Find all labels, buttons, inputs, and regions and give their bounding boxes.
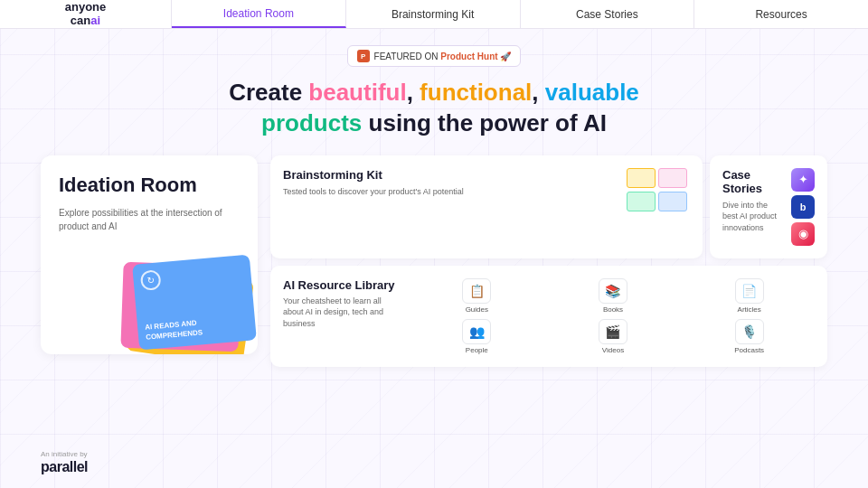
articles-icon: 📄 bbox=[735, 278, 764, 304]
card-ideation-room[interactable]: Ideation Room Explore possibilities at t… bbox=[41, 155, 258, 354]
mini-card-pink bbox=[658, 168, 687, 188]
nav-item-ideation-room[interactable]: Ideation Room bbox=[172, 0, 346, 28]
footer-brand: parallel bbox=[41, 459, 88, 475]
mini-cards-row2 bbox=[627, 192, 690, 211]
ideation-room-desc: Explore possibilities at the intersectio… bbox=[59, 206, 240, 233]
stacked-cards-illustration: ↻ AI READS AND COMPREHENDS bbox=[104, 232, 258, 354]
brainstorm-title: Brainstorming Kit bbox=[283, 168, 619, 182]
guides-label: Guides bbox=[466, 305, 488, 314]
nav-item-brainstorming-kit[interactable]: Brainstorming Kit bbox=[346, 0, 521, 28]
card-case-stories[interactable]: Case Stories Dive into the best AI produ… bbox=[710, 155, 827, 258]
app-icon-purple: ✦ bbox=[791, 168, 815, 192]
ph-icon: P bbox=[357, 50, 370, 62]
people-icon: 👥 bbox=[462, 319, 491, 344]
ph-text: FEATURED ON Product Hunt 🚀 bbox=[374, 52, 512, 61]
right-section: Brainstorming Kit Tested tools to discov… bbox=[270, 155, 827, 367]
guides-icon: 📋 bbox=[462, 278, 491, 304]
ideation-room-title: Ideation Room bbox=[59, 174, 240, 197]
case-right: ✦ b ◉ bbox=[791, 168, 815, 246]
videos-icon: 🎬 bbox=[599, 319, 627, 344]
card-brainstorming-kit[interactable]: Brainstorming Kit Tested tools to discov… bbox=[270, 155, 703, 258]
stack-card-blue: ↻ AI READS AND COMPREHENDS bbox=[132, 254, 257, 350]
resource-item-books[interactable]: 📚 Books bbox=[548, 278, 679, 314]
nav-item-resources[interactable]: Resources bbox=[694, 0, 868, 28]
case-left: Case Stories Dive into the best AI produ… bbox=[722, 168, 784, 246]
books-label: Books bbox=[603, 305, 623, 314]
podcasts-label: Podcasts bbox=[734, 346, 764, 354]
brainstorm-right bbox=[627, 168, 690, 246]
mini-card-blue bbox=[658, 192, 687, 211]
case-title: Case Stories bbox=[722, 168, 784, 195]
stack-card-label: AI READS AND COMPREHENDS bbox=[145, 314, 249, 343]
footer: An initiative by parallel bbox=[41, 450, 88, 475]
navbar: anyonecanai Ideation Room Brainstorming … bbox=[0, 0, 868, 29]
logo[interactable]: anyonecanai bbox=[0, 0, 172, 28]
nav-items: Ideation Room Brainstorming Kit Case Sto… bbox=[172, 0, 868, 28]
brainstorm-left: Brainstorming Kit Tested tools to discov… bbox=[283, 168, 619, 246]
hero-headline: Create beautiful, functional, valuable p… bbox=[229, 78, 639, 139]
app-icon-pink: ◉ bbox=[791, 222, 815, 246]
people-label: People bbox=[466, 346, 488, 354]
stack-card-refresh-icon: ↻ bbox=[140, 269, 162, 291]
ph-badge[interactable]: P FEATURED ON Product Hunt 🚀 bbox=[347, 45, 522, 67]
app-icon-blue: b bbox=[791, 195, 815, 219]
case-desc: Dive into the best AI product innovation… bbox=[722, 200, 784, 234]
card-ai-resource-library[interactable]: AI Resource Library Your cheatsheet to l… bbox=[270, 266, 827, 367]
articles-label: Articles bbox=[738, 305, 761, 314]
podcasts-icon: 🎙️ bbox=[735, 319, 764, 344]
right-top-row: Brainstorming Kit Tested tools to discov… bbox=[270, 155, 827, 258]
resource-title: AI Resource Library bbox=[283, 278, 401, 292]
cards-row: Ideation Room Explore possibilities at t… bbox=[41, 155, 827, 367]
books-icon: 📚 bbox=[599, 278, 627, 304]
mini-cards-row1 bbox=[627, 168, 690, 188]
videos-label: Videos bbox=[602, 346, 624, 354]
footer-initiative-text: An initiative by bbox=[41, 450, 88, 458]
resource-item-guides[interactable]: 📋 Guides bbox=[411, 278, 542, 314]
main-content: P FEATURED ON Product Hunt 🚀 Create beau… bbox=[0, 29, 868, 367]
resource-desc: Your cheatsheet to learn all about AI in… bbox=[283, 296, 401, 330]
mini-card-green bbox=[627, 192, 656, 211]
resource-item-people[interactable]: 👥 People bbox=[411, 319, 542, 354]
resource-item-articles[interactable]: 📄 Articles bbox=[684, 278, 815, 314]
resource-item-videos[interactable]: 🎬 Videos bbox=[548, 319, 679, 354]
resource-grid: 📋 Guides 📚 Books 📄 Articles bbox=[411, 278, 815, 354]
resource-item-podcasts[interactable]: 🎙️ Podcasts bbox=[684, 319, 815, 354]
brainstorm-desc: Tested tools to discover your product's … bbox=[283, 186, 619, 198]
mini-card-yellow bbox=[627, 168, 656, 188]
resource-left: AI Resource Library Your cheatsheet to l… bbox=[283, 278, 401, 354]
nav-item-case-stories[interactable]: Case Stories bbox=[521, 0, 695, 28]
